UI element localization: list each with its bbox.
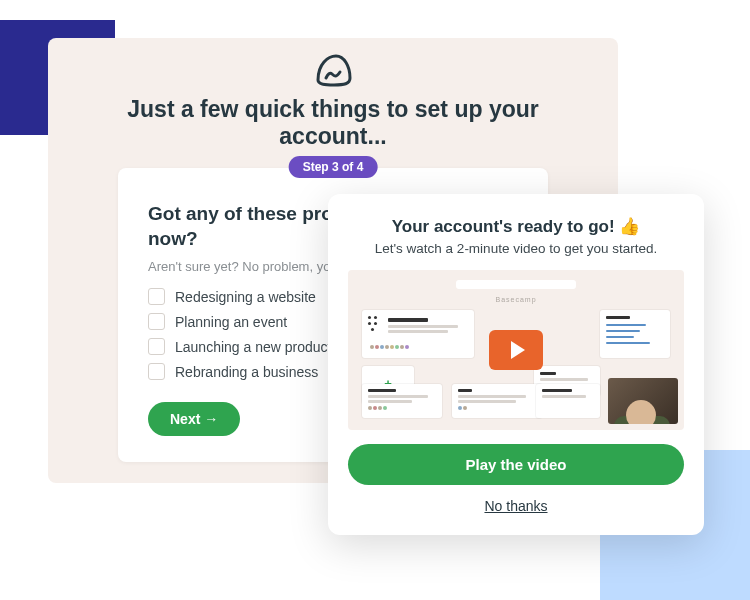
option-label: Planning an event	[175, 314, 287, 330]
option-label: Redesigning a website	[175, 289, 316, 305]
checkbox-icon[interactable]	[148, 313, 165, 330]
intro-video-modal: Your account's ready to go! 👍 Let's watc…	[328, 194, 704, 535]
presenter-thumbnail	[608, 378, 678, 424]
thumb-tile	[600, 310, 670, 358]
play-icon[interactable]	[489, 330, 543, 370]
checkbox-icon[interactable]	[148, 288, 165, 305]
option-label: Rebranding a business	[175, 364, 318, 380]
video-thumbnail[interactable]: Basecamp +	[348, 270, 684, 430]
setup-title: Just a few quick things to set up your a…	[76, 96, 590, 150]
thumb-brand: Basecamp	[495, 296, 536, 303]
thumb-tile	[536, 384, 600, 418]
video-modal-subtitle: Let's watch a 2-minute video to get you …	[348, 241, 684, 256]
play-video-button[interactable]: Play the video	[348, 444, 684, 485]
checkbox-icon[interactable]	[148, 363, 165, 380]
basecamp-logo-icon	[310, 52, 356, 88]
next-button[interactable]: Next →	[148, 402, 240, 436]
step-badge: Step 3 of 4	[289, 156, 378, 178]
thumb-searchbar	[456, 280, 576, 289]
option-label: Launching a new product	[175, 339, 331, 355]
thumb-tile	[362, 384, 442, 418]
video-modal-title: Your account's ready to go! 👍	[348, 216, 684, 237]
thumb-tile	[452, 384, 542, 418]
no-thanks-link[interactable]: No thanks	[484, 498, 547, 514]
checkbox-icon[interactable]	[148, 338, 165, 355]
grid-icon	[368, 316, 382, 330]
thumb-tile	[362, 310, 474, 358]
